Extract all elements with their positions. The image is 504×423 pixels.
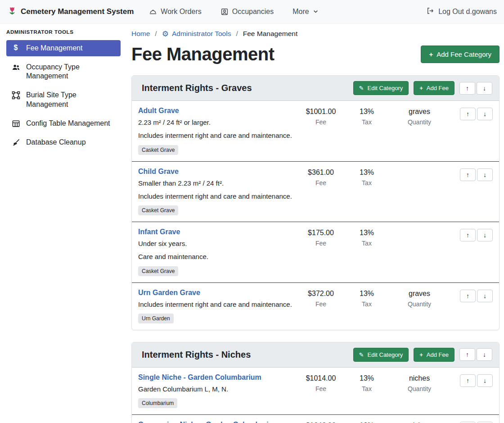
fee-tax-column: 13% Tax	[346, 107, 387, 126]
fee-amount-column: $1001.00 Fee	[296, 107, 346, 126]
fee-name-link[interactable]: Child Grave	[138, 168, 179, 176]
fee-quantity-column: niches Quantity	[387, 421, 451, 423]
add-fee-button[interactable]: + Add Fee	[414, 81, 454, 95]
fee-amount: $372.00	[296, 290, 346, 298]
breadcrumb: Home / ⚙ Administrator Tools / Fee Manag…	[131, 30, 500, 38]
sidebar-item-label: Config Table Management	[26, 119, 110, 128]
pencil-icon: ✎	[359, 351, 364, 358]
breadcrumb-separator: /	[236, 30, 238, 38]
fee-reorder-group: ↑ ↓	[451, 168, 493, 181]
fee-amount: $175.00	[296, 229, 346, 237]
add-fee-category-label: Add Fee Category	[436, 50, 491, 58]
move-fee-down-button[interactable]: ↓	[477, 108, 493, 120]
table-icon	[11, 119, 21, 128]
move-fee-up-button[interactable]: ↑	[460, 108, 476, 120]
fee-reorder-group: ↑ ↓	[451, 289, 493, 302]
fee-tax-label: Tax	[346, 385, 387, 392]
move-fee-down-button[interactable]: ↓	[477, 229, 493, 241]
move-fee-up-button[interactable]: ↑	[460, 229, 476, 241]
fee-quantity-column	[387, 168, 451, 168]
gear-icon: ⚙	[162, 30, 169, 38]
fee-quantity: graves	[387, 108, 451, 116]
sidebar-item-label: Occupancy Type Management	[26, 63, 112, 81]
admin-sidebar: ADMINISTRATOR TOOLS $ Fee Management Occ…	[0, 23, 126, 423]
app-brand[interactable]: Cemetery Management System	[7, 6, 134, 17]
fee-name-link[interactable]: Adult Grave	[138, 107, 179, 115]
users-icon	[11, 63, 21, 72]
edit-category-label: Edit Category	[367, 85, 403, 91]
move-fee-down-button[interactable]: ↓	[477, 290, 493, 302]
sidebar-item-fee-management[interactable]: $ Fee Management	[6, 40, 121, 56]
fee-reorder-group: ↑ ↓	[451, 107, 493, 120]
fee-reorder-group: ↑ ↓	[451, 421, 493, 423]
sidebar-item-burial-site-type[interactable]: Burial Site Type Management	[6, 87, 121, 112]
fee-category-card-graves: Interment Rights - Graves ✎ Edit Categor…	[131, 75, 500, 330]
move-fee-up-button[interactable]: ↑	[460, 374, 476, 387]
category-actions: ✎ Edit Category + Add Fee ↑ ↓	[353, 348, 492, 362]
nav-work-orders[interactable]: Work Orders	[149, 8, 201, 16]
sidebar-item-label: Database Cleanup	[26, 138, 86, 147]
breadcrumb-admin-link[interactable]: ⚙ Administrator Tools	[162, 30, 231, 38]
edit-category-button[interactable]: ✎ Edit Category	[353, 81, 409, 95]
move-fee-down-button[interactable]: ↓	[477, 168, 493, 181]
add-fee-button[interactable]: + Add Fee	[414, 348, 454, 362]
logout-button[interactable]: Log Out d.gowans	[426, 7, 497, 17]
nav-more[interactable]: More	[292, 8, 318, 16]
move-fee-down-button[interactable]: ↓	[477, 374, 493, 387]
edit-category-button[interactable]: ✎ Edit Category	[353, 348, 409, 362]
nav-more-label: More	[292, 8, 309, 16]
fee-tax-column: 13% Tax	[346, 228, 387, 247]
add-fee-category-button[interactable]: + Add Fee Category	[421, 45, 500, 63]
sidebar-item-database-cleanup[interactable]: Database Cleanup	[6, 134, 121, 150]
nav-occupancies[interactable]: Occupancies	[220, 8, 274, 16]
sidebar-item-config-table[interactable]: Config Table Management	[6, 115, 121, 132]
fee-quantity-column: graves Quantity	[387, 289, 451, 308]
fee-amount-label: Fee	[296, 385, 346, 392]
fee-row: Child Grave Smaller than 2.23 m² / 24 ft…	[132, 161, 499, 222]
dollar-icon: $	[11, 44, 21, 51]
fee-quantity-column: graves Quantity	[387, 107, 451, 126]
add-fee-label: Add Fee	[427, 351, 449, 358]
breadcrumb-admin-label: Administrator Tools	[172, 30, 231, 38]
fee-description: Smaller than 2.23 m² / 24 ft².	[138, 179, 296, 188]
fee-name-link[interactable]: Single Niche - Garden Columbarium	[138, 373, 261, 382]
fee-tax: 13%	[346, 290, 387, 298]
move-fee-up-button[interactable]: ↑	[460, 290, 476, 302]
fee-tax-column: 13% Tax	[346, 421, 387, 423]
add-fee-label: Add Fee	[427, 85, 449, 91]
fee-description: Under six years.	[138, 239, 296, 248]
fee-tax-column: 13% Tax	[346, 289, 387, 308]
category-reorder-group: ↑ ↓	[459, 82, 492, 95]
fee-tax: 13%	[346, 168, 387, 177]
fee-name-link[interactable]: Infant Grave	[138, 228, 180, 236]
fee-row: Single Niche - Garden Columbarium Garden…	[132, 368, 499, 414]
fee-type-badge: Columbarium	[138, 398, 177, 408]
hard-hat-icon	[149, 8, 157, 16]
fee-amount-label: Fee	[296, 240, 346, 247]
fee-row: Infant Grave Under six years. Care and m…	[132, 222, 499, 282]
fee-quantity-column	[387, 228, 451, 229]
fee-quantity-column: niches Quantity	[387, 373, 451, 392]
fee-description: Garden Columbarium L, M, N.	[138, 385, 296, 394]
fee-quantity: niches	[387, 374, 451, 382]
move-category-up-button[interactable]: ↑	[459, 82, 475, 95]
move-fee-up-button[interactable]: ↑	[460, 168, 476, 181]
fee-name-link[interactable]: Companion Niche - Garden Columbarium	[138, 421, 279, 423]
move-category-up-button[interactable]: ↑	[459, 348, 475, 361]
fee-quantity-label: Quantity	[387, 385, 451, 392]
sidebar-item-occupancy-type[interactable]: Occupancy Type Management	[6, 59, 121, 84]
fee-name-link[interactable]: Urn Garden Grave	[138, 289, 200, 297]
move-category-down-button[interactable]: ↓	[477, 82, 492, 95]
fee-reorder-group: ↑ ↓	[451, 373, 493, 387]
fee-amount-label: Fee	[296, 179, 346, 186]
fee-tax: 13%	[346, 374, 387, 382]
breadcrumb-home-link[interactable]: Home	[131, 30, 150, 38]
sidebar-title: ADMINISTRATOR TOOLS	[6, 29, 121, 35]
breadcrumb-current: Fee Management	[243, 30, 298, 38]
page-header: Fee Management + Add Fee Category	[131, 44, 500, 64]
fee-tax-label: Tax	[346, 179, 387, 186]
fee-info: Companion Niche - Garden Columbarium Gar…	[138, 421, 296, 423]
fee-quantity-label: Quantity	[387, 118, 451, 126]
move-category-down-button[interactable]: ↓	[477, 348, 492, 361]
fee-tax-column: 13% Tax	[346, 373, 387, 392]
